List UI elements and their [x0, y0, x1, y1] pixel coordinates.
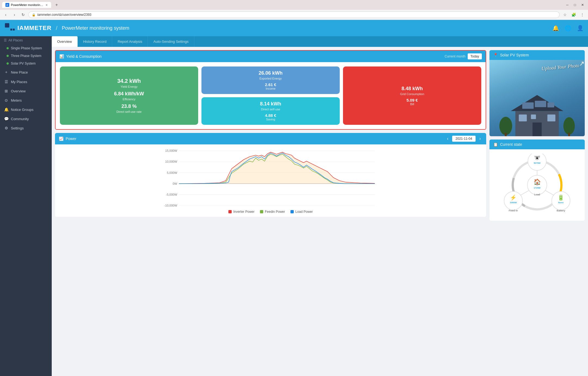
exported-label: Exported Energy [205, 77, 336, 80]
tab-history-record[interactable]: History Record [78, 36, 112, 47]
logo-area: IAMMETER / PowerMeter monitoring system [4, 23, 129, 34]
solar-pv-image-area: Upload Your Photo ↗ [489, 60, 585, 136]
all-places-label: All Places [8, 38, 23, 42]
gear-icon: ⚙ [4, 126, 9, 130]
solar-pv-title: Solar PV System [500, 53, 529, 57]
maximize-button[interactable]: □ [572, 2, 578, 8]
notification-icon[interactable]: 🔔 [552, 25, 559, 31]
today-btn[interactable]: Today [468, 53, 482, 59]
tab-overview[interactable]: Overview [52, 36, 78, 47]
bell-icon: 🔔 [4, 107, 9, 112]
svg-text:Load: Load [534, 193, 540, 196]
arrow-icon: ↗ [579, 60, 585, 68]
header-divider: / [56, 25, 57, 31]
svg-text:-10,000W: -10,000W [164, 204, 177, 207]
chart-legend: Inverter Power Feedin Power Load Power [58, 210, 483, 214]
bookmark-button[interactable]: ☆ [561, 11, 568, 18]
legend-load-label: Load Power [295, 210, 313, 214]
svg-rect-7 [10, 31, 12, 33]
grid-value: 8.48 kWh [347, 86, 477, 92]
power-title: Power [66, 137, 76, 141]
plus-icon: ＋ [4, 70, 9, 75]
yield-energy-value: 34.2 kWh [64, 78, 194, 84]
minimize-button[interactable]: ─ [564, 2, 571, 8]
user-icon[interactable]: 👤 [577, 25, 584, 31]
community-label: Community [11, 117, 29, 121]
sidebar-item-new-place[interactable]: ＋ New Place [0, 67, 52, 77]
svg-rect-36 [522, 102, 534, 109]
state-diagram: ☀ 5079W Yield 🏠 1729W Load ⚡ [494, 154, 580, 216]
sidebar-item-notice-groups[interactable]: 🔔 Notice Groups [0, 105, 52, 114]
date-display: 2021-11-04 [452, 136, 475, 142]
svg-rect-2 [5, 23, 9, 28]
power-icon: 📈 [59, 137, 63, 141]
solar-pv-card: 📍 Solar PV System [489, 50, 585, 136]
svg-rect-32 [532, 123, 542, 136]
legend-feedin: Feedin Power [260, 210, 285, 214]
status-dot-solar [7, 62, 9, 65]
yield-energy-label: Yield Energy [64, 85, 194, 88]
header-icons: 🔔 🌐 👤 [552, 25, 584, 31]
svg-text:10,000W: 10,000W [165, 160, 177, 163]
extensions-button[interactable]: 🧩 [570, 11, 577, 18]
prev-date-button[interactable]: ‹ [445, 136, 450, 142]
svg-text:1729W: 1729W [534, 187, 541, 189]
next-date-button[interactable]: › [478, 136, 482, 142]
sidebar-item-meters[interactable]: ⊙ Meters [0, 96, 52, 105]
meter-icon: ⊙ [4, 98, 9, 102]
power-chart-header: 📈 Power ‹ 2021-11-04 › [55, 133, 486, 144]
content-area: Overview History Record Report Analysis … [52, 36, 588, 376]
state-icon: 📋 [493, 142, 498, 147]
browser-chrome: P PowerMeter monitoring syste... ✕ + ─ □… [0, 0, 588, 10]
svg-marker-29 [179, 152, 375, 184]
legend-load: Load Power [290, 210, 313, 214]
svg-text:🔋: 🔋 [558, 194, 564, 201]
sidebar-item-overview[interactable]: ⊞ Overview [0, 86, 52, 96]
tab-auto-sending[interactable]: Auto-Sending Settings [148, 36, 194, 47]
logo-text: IAMMETER [17, 25, 51, 32]
svg-rect-35 [531, 114, 536, 119]
solar-pv-label: Solar PV System [11, 62, 36, 65]
tab-report-analysis[interactable]: Report Analysis [112, 36, 148, 47]
house-silhouette [489, 90, 585, 136]
sidebar-item-single-phase[interactable]: Single Phase System [0, 44, 52, 52]
self-use-value: 23.8 % [64, 104, 194, 109]
new-tab-button[interactable]: + [53, 2, 60, 8]
menu-button[interactable]: ⋮ [579, 11, 586, 18]
efficiency-label: Efficiency [64, 98, 194, 101]
my-places-label: My Places [11, 80, 27, 84]
yield-green-box: 34.2 kWh Yield Energy 6.84 kWh/kW Effici… [60, 66, 198, 125]
address-bar[interactable]: 🔒 iammeter.com/dz/user/overview/2393 [28, 11, 560, 18]
sidebar-item-solar-pv[interactable]: Solar PV System [0, 60, 52, 67]
sidebar-item-my-places[interactable]: ☰ My Places [0, 77, 52, 86]
current-month-btn[interactable]: Current month [445, 54, 465, 58]
globe-icon[interactable]: 🌐 [565, 25, 571, 31]
browser-bar: ‹ › ↻ 🔒 iammeter.com/dz/user/overview/23… [0, 10, 588, 20]
svg-point-41 [564, 117, 575, 135]
solar-pv-header: 📍 Solar PV System [489, 50, 585, 60]
back-button[interactable]: ‹ [2, 11, 9, 18]
reload-button[interactable]: ↻ [20, 11, 27, 18]
tab-close-button[interactable]: ✕ [45, 3, 48, 7]
svg-rect-4 [5, 29, 9, 33]
yield-header-icon: 📊 [59, 54, 64, 59]
hamburger-icon: ☰ [4, 38, 7, 42]
meters-label: Meters [11, 98, 22, 102]
svg-text:15,000W: 15,000W [165, 149, 177, 152]
grid-icon: ⊞ [4, 89, 9, 93]
sidebar-item-settings[interactable]: ⚙ Settings [0, 123, 52, 133]
browser-tab[interactable]: P PowerMeter monitoring syste... ✕ [2, 2, 51, 8]
close-button[interactable]: ✕ [579, 2, 586, 8]
list-icon: ☰ [4, 80, 9, 84]
all-places-header[interactable]: ☰ All Places [0, 36, 52, 44]
right-column: 📍 Solar PV System [489, 50, 585, 221]
forward-button[interactable]: › [11, 11, 18, 18]
bill-label: Bill [347, 102, 477, 106]
svg-rect-5 [10, 29, 12, 31]
sidebar-item-community[interactable]: 💬 Community [0, 114, 52, 123]
svg-text:0W: 0W [173, 182, 177, 185]
svg-line-64 [545, 190, 554, 195]
new-place-label: New Place [11, 70, 28, 74]
current-state-body: ☀ 5079W Yield 🏠 1729W Load ⚡ [489, 149, 585, 221]
sidebar-item-three-phase[interactable]: Three Phase System [0, 52, 52, 60]
